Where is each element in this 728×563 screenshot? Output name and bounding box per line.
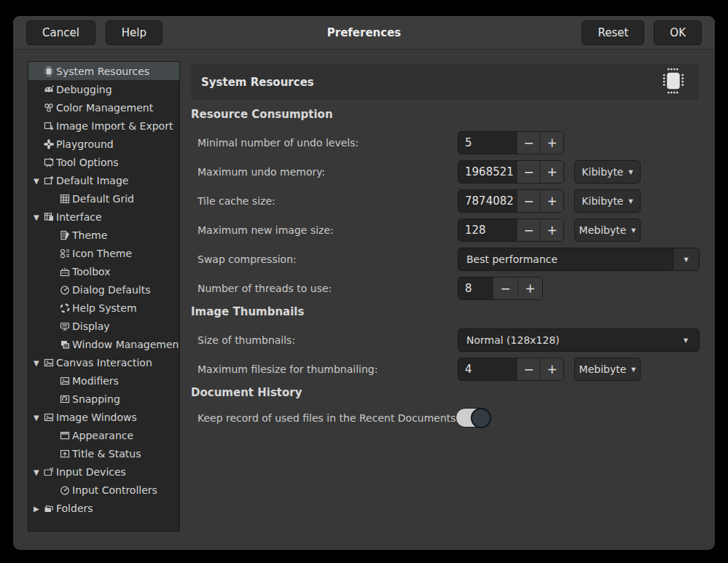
sidebar-item-label: System Resources — [56, 66, 149, 77]
sidebar-item-appearance[interactable]: Appearance — [28, 426, 179, 444]
sidebar-item-toolbox[interactable]: Toolbox — [28, 262, 179, 280]
plus-icon: + — [525, 281, 535, 296]
sidebar-item-label: Icon Theme — [72, 248, 132, 259]
chevron-down-icon: ▼ — [631, 227, 635, 234]
increment-button[interactable]: + — [540, 358, 563, 380]
wilber-icon — [43, 84, 55, 95]
sidebar-item-playground[interactable]: Playground — [28, 135, 179, 153]
max-new-image-unit-dropdown[interactable]: Mebibyte ▼ — [574, 218, 641, 242]
categories-tree: System ResourcesDebuggingColor Managemen… — [28, 61, 180, 532]
tile-cache-row: Tile cache size: − + Kibibyte ▼ — [191, 189, 698, 213]
unit-value: Kibibyte — [582, 195, 623, 207]
thumb-size-dropdown[interactable]: Normal (128x128) ▼ — [458, 328, 700, 352]
max-new-image-input[interactable] — [458, 219, 517, 241]
sidebar-item-label: Title & Status — [72, 448, 141, 460]
sidebar-item-modifiers[interactable]: Modifiers — [28, 371, 179, 390]
sidebar-item-tool-options[interactable]: Tool Options — [28, 153, 179, 171]
decrement-button[interactable]: − — [493, 277, 517, 299]
tile-cache-spinner: − + — [458, 189, 564, 213]
sidebar-item-debugging[interactable]: Debugging — [28, 80, 179, 98]
sidebar-item-display[interactable]: Display — [28, 317, 179, 335]
decrement-button[interactable]: − — [517, 219, 540, 241]
sidebar-item-title-status[interactable]: Title & Status — [28, 444, 179, 462]
sidebar-item-image-import-export[interactable]: Image Import & Export — [28, 117, 179, 135]
dial-icon — [59, 284, 71, 296]
thumb-filesize-input[interactable] — [458, 358, 517, 380]
expander-open-icon[interactable]: ▼ — [34, 176, 43, 184]
sidebar-item-image-windows[interactable]: ▼Image Windows — [28, 408, 179, 426]
ok-button[interactable]: OK — [654, 20, 702, 45]
sidebar-item-input-controllers[interactable]: Input Controllers — [28, 481, 179, 499]
undo-memory-spinner: − + — [458, 160, 564, 184]
dialog-titlebar: Cancel Help Preferences Reset OK — [13, 16, 715, 50]
sidebar-item-dialog-defaults[interactable]: Dialog Defaults — [28, 280, 179, 299]
expander-closed-icon[interactable]: ▶ — [34, 504, 43, 512]
chevron-down-icon: ▼ — [684, 337, 688, 344]
sidebar-item-label: Interface — [56, 211, 102, 223]
tile-cache-input[interactable] — [458, 190, 517, 212]
undo-memory-unit-dropdown[interactable]: Kibibyte ▼ — [574, 160, 641, 184]
thumb-size-row: Size of thumbnails: Normal (128x128) ▼ — [191, 328, 698, 352]
expander-open-icon[interactable]: ▼ — [34, 358, 43, 366]
sidebar-item-label: Tool Options — [56, 157, 119, 168]
threads-input[interactable] — [458, 277, 493, 299]
panel-icon — [43, 211, 55, 223]
expander-open-icon[interactable]: ▼ — [34, 213, 43, 221]
undo-levels-input[interactable] — [458, 132, 517, 154]
sidebar-item-default-grid[interactable]: Default Grid — [28, 189, 179, 208]
thumb-filesize-unit-dropdown[interactable]: Mebibyte ▼ — [574, 358, 641, 381]
sidebar-item-label: Canvas Interaction — [56, 357, 152, 369]
sidebar-item-help-system[interactable]: Help System — [28, 299, 179, 317]
sidebar-item-theme[interactable]: Theme — [28, 226, 179, 244]
sidebar-item-label: Default Grid — [72, 193, 134, 205]
toggle-knob — [471, 408, 491, 428]
increment-button[interactable]: + — [540, 190, 563, 212]
sidebar-item-canvas-interaction[interactable]: ▼Canvas Interaction — [28, 353, 179, 371]
sidebar-item-default-image[interactable]: ▼Default Image — [28, 171, 179, 189]
sidebar-item-label: Help System — [72, 302, 137, 314]
undo-levels-spinner: − + — [458, 131, 564, 154]
help-button[interactable]: Help — [106, 20, 163, 45]
decrement-button[interactable]: − — [517, 190, 540, 212]
decrement-button[interactable]: − — [517, 132, 540, 154]
easel-icon — [43, 157, 55, 168]
decrement-button[interactable]: − — [517, 358, 540, 380]
picture-icon — [43, 357, 55, 369]
swap-compression-dropdown[interactable]: Best performance ▼ — [458, 248, 700, 271]
undo-memory-row: Maximum undo memory: − + Kibibyte ▼ — [191, 160, 698, 184]
sidebar-item-folders[interactable]: ▶Folders — [28, 499, 179, 517]
plus-icon: + — [547, 194, 557, 208]
undo-memory-input[interactable] — [458, 161, 517, 183]
sidebar-item-icon-theme[interactable]: Icon Theme — [28, 244, 179, 262]
recent-docs-toggle[interactable] — [455, 408, 490, 428]
section-resource-consumption: Resource Consumption — [191, 108, 333, 121]
increment-button[interactable]: + — [517, 277, 542, 299]
sidebar-item-snapping[interactable]: Snapping — [28, 390, 179, 408]
chevron-down-icon: ▼ — [628, 198, 633, 205]
max-new-image-row: Maximum new image size: − + Mebibyte ▼ — [191, 218, 698, 242]
increment-button[interactable]: + — [540, 132, 563, 154]
increment-button[interactable]: + — [540, 219, 563, 241]
reset-button[interactable]: Reset — [582, 20, 644, 45]
unit-value: Mebibyte — [579, 224, 627, 236]
cancel-button[interactable]: Cancel — [26, 20, 95, 45]
recent-docs-label: Keep record of used files in the Recent … — [197, 412, 474, 424]
sidebar-item-system-resources[interactable]: System Resources — [28, 62, 179, 80]
threads-spinner: − + — [458, 277, 543, 300]
sidebar-item-label: Input Controllers — [72, 484, 157, 496]
toolbox-icon — [59, 266, 71, 277]
thumb-filesize-spinner: − + — [458, 358, 564, 381]
page-title: System Resources — [201, 76, 659, 89]
screen-background: Cancel Help Preferences Reset OK System … — [0, 0, 728, 563]
sidebar-item-input-devices[interactable]: ▼Input Devices — [28, 462, 179, 481]
expander-open-icon[interactable]: ▼ — [34, 468, 43, 476]
increment-button[interactable]: + — [540, 161, 563, 183]
decrement-button[interactable]: − — [517, 161, 540, 183]
sidebar-item-window-management[interactable]: Window Management — [28, 335, 179, 353]
tile-cache-unit-dropdown[interactable]: Kibibyte ▼ — [574, 189, 641, 213]
sidebar-item-interface[interactable]: ▼Interface — [28, 208, 179, 226]
chevron-down-icon: ▼ — [631, 366, 635, 373]
sidebar-item-color-management[interactable]: Color Management — [28, 98, 179, 117]
picture-icon — [59, 375, 71, 387]
expander-open-icon[interactable]: ▼ — [34, 413, 43, 421]
